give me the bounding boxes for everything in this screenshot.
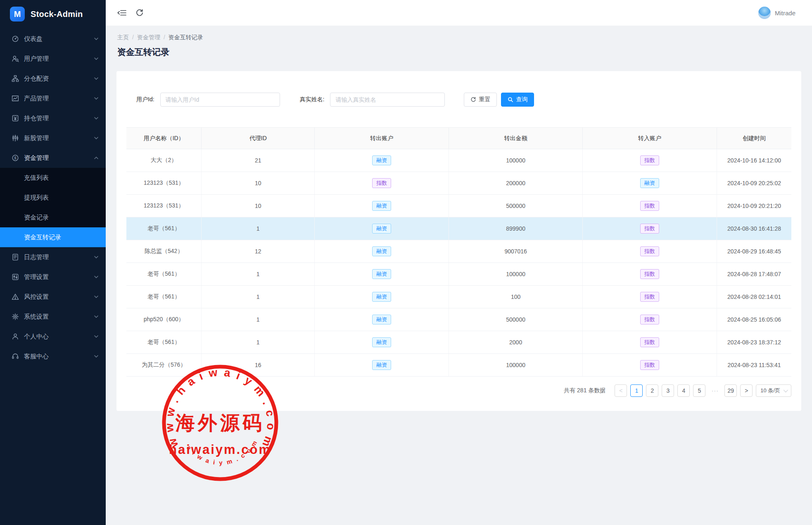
logo-row: M Stock-Admin — [0, 0, 106, 28]
next-page-button[interactable]: > — [740, 384, 753, 397]
page-button-2[interactable]: 2 — [646, 384, 658, 397]
out-account-tag: 融资 — [372, 292, 391, 302]
in-account-cell: 融资 — [582, 172, 717, 195]
sidebar-item-new-stock-management[interactable]: 新股管理 — [0, 128, 106, 148]
sidebar-item-fund-management[interactable]: $资金管理 — [0, 148, 106, 168]
reset-refresh-icon — [470, 97, 476, 103]
chevron-down-icon — [94, 117, 98, 119]
table-row[interactable]: 陈总监（542）12融资9007016指数2024-08-29 16:48:45 — [126, 240, 791, 263]
page-button-5[interactable]: 5 — [693, 384, 705, 397]
agent-id-cell: 1 — [202, 331, 315, 354]
collapse-sidebar-icon[interactable] — [117, 9, 126, 17]
sidebar-item-label: 仪表盘 — [24, 35, 94, 43]
sidebar-item-label: 分仓配资 — [24, 75, 94, 83]
user-name-cell: 陈总监（542） — [126, 240, 202, 263]
sidebar-item-risk-settings[interactable]: 风控设置 — [0, 287, 106, 307]
user-name-cell: 为其二分（576） — [126, 354, 202, 377]
amount-cell: 100000 — [449, 354, 583, 377]
table-row[interactable]: php520（600）1融资500000指数2024-08-25 16:05:0… — [126, 308, 791, 331]
reset-button[interactable]: 重置 — [464, 93, 497, 107]
sidebar-subitem-withdraw-list[interactable]: 提现列表 — [0, 188, 106, 208]
search-button[interactable]: 查询 — [501, 93, 534, 107]
amount-cell: 500000 — [449, 308, 583, 331]
search-icon — [508, 97, 513, 103]
risk-warning-icon — [12, 293, 19, 301]
table-header-row: 用户名称（ID） 代理ID 转出账户 转出金额 转入账户 创建时间 — [126, 128, 791, 149]
sidebar-subitem-fund-transfer-records[interactable]: 资金互转记录 — [0, 227, 106, 247]
out-account-cell: 融资 — [315, 149, 449, 172]
refresh-icon[interactable] — [135, 9, 145, 17]
page-ellipsis[interactable]: ··· — [709, 384, 721, 397]
sidebar-item-log-management[interactable]: 日志管理 — [0, 247, 106, 267]
user-menu[interactable]: Mitrade — [758, 7, 795, 19]
sidebar-item-support-center[interactable]: 客服中心 — [0, 346, 106, 366]
out-account-cell: 融资 — [315, 195, 449, 217]
out-account-cell: 指数 — [315, 172, 449, 195]
agent-id-cell: 10 — [202, 172, 315, 195]
real-name-input[interactable] — [330, 93, 445, 107]
sidebar-item-label: 持仓管理 — [24, 115, 94, 122]
in-account-tag: 指数 — [640, 337, 659, 348]
page-size-select[interactable]: 10 条/页 — [756, 384, 791, 397]
table-row[interactable]: 大大（2）21融资100000指数2024-10-16 14:12:00 — [126, 149, 791, 172]
in-account-cell: 指数 — [582, 286, 717, 308]
sidebar-item-dashboard[interactable]: 仪表盘 — [0, 29, 106, 49]
table-row[interactable]: 123123（531）10指数200000融资2024-10-09 20:25:… — [126, 172, 791, 195]
sidebar-nav: 仪表盘用户管理分仓配资产品管理持仓管理新股管理$资金管理充值列表提现列表资金记录… — [0, 29, 106, 366]
sidebar-item-personal-center[interactable]: 个人中心 — [0, 327, 106, 346]
table-row[interactable]: 老哥（561）1融资100指数2024-08-28 02:14:01 — [126, 286, 791, 308]
page-button-3[interactable]: 3 — [662, 384, 674, 397]
sidebar-subitem-recharge-list[interactable]: 充值列表 — [0, 168, 106, 188]
amount-cell: 9007016 — [449, 240, 583, 263]
agent-id-cell: 12 — [202, 240, 315, 263]
holdings-icon — [12, 115, 19, 122]
sidebar-item-warehouse-allocation[interactable]: 分仓配资 — [0, 69, 106, 88]
pagination: 共有 281 条数据 < 12345···29 > 10 条/页 — [126, 384, 791, 397]
created-at-cell: 2024-08-28 02:14:01 — [717, 286, 791, 308]
table-row[interactable]: 老哥（561）1融资899900指数2024-08-30 16:41:28 — [126, 217, 791, 240]
page-button-29[interactable]: 29 — [724, 384, 737, 397]
sidebar-item-system-settings[interactable]: 系统设置 — [0, 307, 106, 327]
page-button-4[interactable]: 4 — [677, 384, 690, 397]
sitemap-icon — [12, 75, 19, 82]
table-row[interactable]: 老哥（561）1融资2000指数2024-08-23 18:37:12 — [126, 331, 791, 354]
sidebar-subitem-fund-records[interactable]: 资金记录 — [0, 208, 106, 227]
out-account-cell: 融资 — [315, 240, 449, 263]
in-account-tag: 指数 — [640, 292, 659, 302]
out-account-tag: 融资 — [372, 201, 391, 211]
amount-cell: 100000 — [449, 149, 583, 172]
sidebar-item-product-management[interactable]: 产品管理 — [0, 88, 106, 108]
real-name-label: 真实姓名: — [300, 96, 325, 103]
amount-cell: 100 — [449, 286, 583, 308]
breadcrumb-home[interactable]: 主页 — [117, 34, 129, 41]
sidebar-item-admin-settings[interactable]: 管理设置 — [0, 267, 106, 287]
created-at-cell: 2024-08-25 16:05:06 — [717, 308, 791, 331]
sidebar-item-label: 系统设置 — [24, 313, 94, 321]
agent-id-cell: 10 — [202, 195, 315, 217]
table-row[interactable]: 老哥（561）1融资100000指数2024-08-28 17:48:07 — [126, 263, 791, 286]
submenu-fund-management: 充值列表提现列表资金记录资金互转记录 — [0, 168, 106, 247]
sidebar-item-user-management[interactable]: 用户管理 — [0, 49, 106, 69]
page-button-1[interactable]: 1 — [630, 384, 643, 397]
in-account-tag: 指数 — [640, 201, 659, 211]
breadcrumb-fund-management[interactable]: 资金管理 — [137, 34, 160, 41]
created-at-cell: 2024-08-28 17:48:07 — [717, 263, 791, 286]
chevron-down-icon — [94, 38, 98, 40]
table-row[interactable]: 为其二分（576）16融资100000指数2024-08-23 11:53:41 — [126, 354, 791, 377]
product-chart-icon — [12, 95, 19, 102]
candlestick-icon — [12, 134, 19, 142]
sidebar: M Stock-Admin 仪表盘用户管理分仓配资产品管理持仓管理新股管理$资金… — [0, 0, 106, 525]
out-account-cell: 融资 — [315, 286, 449, 308]
col-created-at: 创建时间 — [717, 128, 791, 149]
in-account-tag: 指数 — [640, 315, 659, 325]
gear-icon — [12, 313, 19, 320]
agent-id-cell: 1 — [202, 286, 315, 308]
sidebar-item-position-management[interactable]: 持仓管理 — [0, 108, 106, 128]
sidebar-item-label: 个人中心 — [24, 333, 94, 341]
page-header: 主页 / 资金管理 / 资金互转记录 资金互转记录 — [106, 26, 812, 58]
user-id-input[interactable] — [160, 93, 280, 107]
prev-page-button[interactable]: < — [615, 384, 627, 397]
table-row[interactable]: 123123（531）10融资500000指数2024-10-09 20:21:… — [126, 195, 791, 217]
in-account-cell: 指数 — [582, 217, 717, 240]
out-account-tag: 融资 — [372, 246, 391, 257]
